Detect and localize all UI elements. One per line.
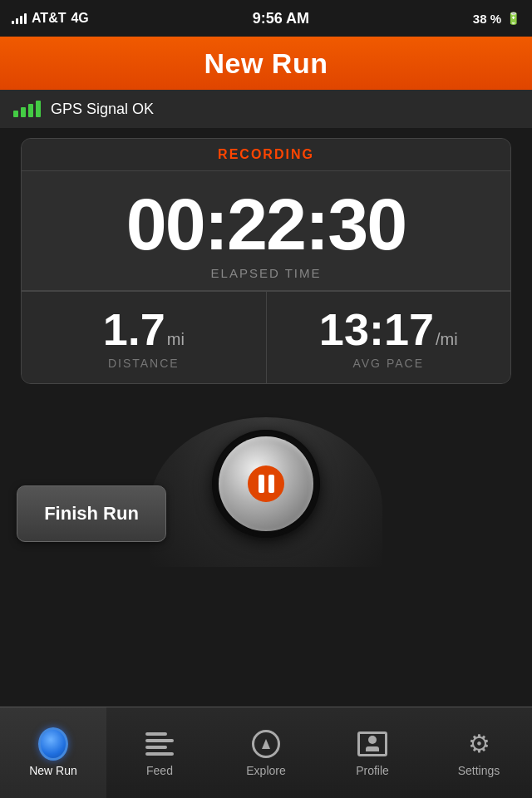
metrics-row: 1.7mi DISTANCE 13:17/mi AVG PACE	[22, 291, 510, 383]
tab-explore-label: Explore	[246, 764, 285, 777]
tab-feed[interactable]: Feed	[106, 707, 213, 798]
feed-tab-icon	[145, 729, 175, 759]
tab-bar: New Run Feed Explore Profile ⚙	[0, 707, 532, 798]
distance-label: DISTANCE	[30, 357, 258, 370]
tab-profile[interactable]: Profile	[319, 707, 426, 798]
tab-profile-label: Profile	[356, 764, 389, 777]
status-left: AT&T 4G	[12, 11, 89, 26]
status-right: 38 % 🔋	[473, 12, 520, 26]
pause-button[interactable]	[219, 436, 313, 531]
button-dock	[150, 417, 382, 567]
avg-pace-cell: 13:17/mi AVG PACE	[267, 292, 511, 383]
network-label: 4G	[71, 11, 88, 26]
tab-explore[interactable]: Explore	[213, 707, 319, 798]
status-bar: AT&T 4G 9:56 AM 38 % 🔋	[0, 0, 532, 37]
battery-label: 38 %	[473, 12, 501, 26]
pause-icon	[248, 466, 284, 502]
elapsed-time: 00:22:30	[30, 188, 502, 261]
pause-button-outer	[212, 430, 320, 538]
tab-settings[interactable]: ⚙ Settings	[426, 707, 532, 798]
elapsed-label: ELAPSED TIME	[30, 266, 502, 280]
distance-cell: 1.7mi DISTANCE	[22, 292, 267, 383]
tab-new-run-label: New Run	[29, 764, 77, 777]
status-time: 9:56 AM	[253, 10, 309, 27]
settings-tab-icon: ⚙	[464, 729, 494, 759]
new-run-tab-icon	[38, 729, 68, 759]
tab-settings-label: Settings	[458, 764, 500, 777]
signal-bars	[12, 12, 27, 24]
tab-new-run[interactable]: New Run	[0, 707, 106, 798]
finish-run-button[interactable]: Finish Run	[17, 485, 166, 542]
battery-icon: 🔋	[506, 12, 520, 25]
elapsed-section: 00:22:30 ELAPSED TIME	[22, 171, 510, 291]
carrier-label: AT&T	[32, 11, 66, 26]
recording-label: RECORDING	[22, 139, 510, 171]
avg-pace-value: 13:17/mi	[275, 307, 503, 352]
gps-status-text: GPS Signal OK	[51, 101, 154, 118]
gps-bar: GPS Signal OK	[0, 90, 532, 128]
pause-area: Finish Run	[0, 392, 532, 559]
app-header: New Run	[0, 37, 532, 90]
stats-panel: RECORDING 00:22:30 ELAPSED TIME 1.7mi DI…	[21, 138, 511, 384]
gps-signal-bars	[13, 101, 41, 117]
profile-tab-icon	[357, 729, 387, 759]
distance-value: 1.7mi	[30, 307, 258, 352]
avg-pace-label: AVG PACE	[275, 357, 503, 370]
page-title: New Run	[204, 47, 328, 80]
tab-feed-label: Feed	[146, 764, 173, 777]
explore-tab-icon	[251, 729, 281, 759]
